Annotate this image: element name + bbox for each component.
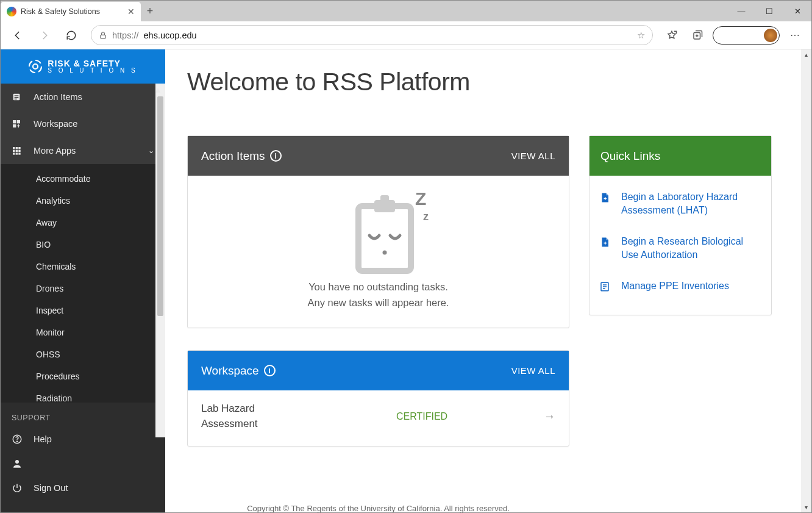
new-tab-button[interactable]: + xyxy=(141,1,159,21)
list-box-icon xyxy=(599,281,611,293)
quick-link-lhat[interactable]: Begin a Laboratory Hazard Assessment (LH… xyxy=(599,182,761,226)
sidebar-scrollbar[interactable]: ▴ xyxy=(155,84,165,437)
svg-rect-25 xyxy=(374,200,395,212)
sidebar-app-ohss[interactable]: OHSS xyxy=(1,343,165,365)
window-maximize-button[interactable]: ☐ xyxy=(755,1,783,21)
quick-links-title: Quick Links xyxy=(600,149,660,163)
more-menu-button[interactable]: ⋯ xyxy=(785,25,805,46)
sidebar-item-action-items[interactable]: Action Items xyxy=(1,84,165,110)
svg-rect-15 xyxy=(18,150,20,152)
sidebar-app-monitor[interactable]: Monitor xyxy=(1,321,165,343)
sidebar-app-bio[interactable]: BIO xyxy=(1,234,165,256)
browser-toolbar: https://ehs.ucop.edu ☆ ⋯ xyxy=(1,21,811,49)
scroll-down-icon[interactable]: ▾ xyxy=(801,502,811,512)
workspace-item-name: Lab Hazard Assessment xyxy=(201,401,280,431)
scroll-thumb[interactable] xyxy=(157,96,163,316)
support-item-help[interactable]: Help xyxy=(1,427,165,451)
sidebar-app-radiation[interactable]: Radiation xyxy=(1,387,165,403)
sidebar-app-drones[interactable]: Drones xyxy=(1,278,165,300)
sidebar-app-inspect[interactable]: Inspect xyxy=(1,300,165,321)
brand-logo-icon xyxy=(28,59,43,74)
support-item-profile[interactable] xyxy=(1,451,165,476)
support-item-signout[interactable]: Sign Out xyxy=(1,476,165,500)
chevron-down-icon: ⌄ xyxy=(148,146,154,155)
sidebar-app-procedures[interactable]: Procedures xyxy=(1,365,165,387)
svg-rect-24 xyxy=(358,206,411,271)
lock-icon xyxy=(99,31,107,40)
collections-button[interactable] xyxy=(687,25,708,46)
main-content: Welcome to RSS Platform Action Items i V… xyxy=(165,49,801,512)
quick-link-bio[interactable]: Begin a Research Biological Use Authoriz… xyxy=(599,226,761,271)
quick-links-card: Quick Links Begin a Laboratory Hazard As… xyxy=(589,135,772,315)
profile-button[interactable] xyxy=(713,26,780,45)
list-icon xyxy=(12,92,23,102)
svg-rect-8 xyxy=(17,120,20,123)
svg-text:Z: Z xyxy=(415,188,426,209)
svg-point-20 xyxy=(16,441,17,442)
workspace-view-all[interactable]: VIEW ALL xyxy=(511,365,555,376)
page-title: Welcome to RSS Platform xyxy=(187,68,772,96)
titlebar: Risk & Safety Solutions ✕ + — ☐ ✕ xyxy=(1,1,811,21)
favorites-button[interactable] xyxy=(661,25,682,46)
brand-header[interactable]: RISK & SAFETY S O L U T I O N S xyxy=(1,49,165,84)
browser-tab[interactable]: Risk & Safety Solutions ✕ xyxy=(1,2,141,21)
svg-point-27 xyxy=(382,251,386,255)
action-items-view-all[interactable]: VIEW ALL xyxy=(511,151,555,161)
svg-rect-10 xyxy=(13,147,15,149)
window-close-button[interactable]: ✕ xyxy=(783,1,811,21)
sidebar-app-analytics[interactable]: Analytics xyxy=(1,190,165,212)
svg-rect-6 xyxy=(15,99,17,99)
workspace-row[interactable]: Lab Hazard Assessment CERTIFIED → xyxy=(188,390,569,446)
person-icon xyxy=(12,458,23,469)
action-items-header: Action Items i VIEW ALL xyxy=(188,136,569,176)
window-minimize-button[interactable]: — xyxy=(727,1,755,21)
document-add-icon xyxy=(599,192,611,204)
scroll-up-icon[interactable]: ▴ xyxy=(801,49,811,60)
sidebar-app-accommodate[interactable]: Accommodate xyxy=(1,168,165,190)
svg-rect-12 xyxy=(18,147,20,149)
address-bar[interactable]: https://ehs.ucop.edu ☆ xyxy=(91,25,653,45)
svg-rect-4 xyxy=(15,95,19,96)
browser-window: Risk & Safety Solutions ✕ + — ☐ ✕ https:… xyxy=(0,0,812,513)
sidebar-item-more-apps[interactable]: More Apps ⌄ xyxy=(1,137,165,164)
favorite-star-icon[interactable]: ☆ xyxy=(637,30,645,40)
scroll-up-icon[interactable]: ▴ xyxy=(155,84,165,95)
empty-text-1: You have no outstanding tasks. xyxy=(200,279,557,295)
info-icon[interactable]: i xyxy=(270,150,282,162)
page-scrollbar[interactable]: ▴ ▾ xyxy=(801,49,811,512)
svg-rect-13 xyxy=(13,150,15,152)
action-items-card: Action Items i VIEW ALL Z z xyxy=(187,135,569,328)
sidebar-apps-submenu: Accommodate Analytics Away BIO Chemicals… xyxy=(1,164,165,403)
svg-rect-17 xyxy=(16,152,18,154)
svg-rect-29 xyxy=(605,197,606,200)
svg-rect-5 xyxy=(15,97,19,98)
svg-rect-9 xyxy=(13,124,16,127)
support-item-label: Sign Out xyxy=(34,483,68,493)
sidebar-app-chemicals[interactable]: Chemicals xyxy=(1,256,165,278)
sidebar-item-label: Workspace xyxy=(34,119,77,129)
svg-rect-31 xyxy=(605,242,606,245)
arrow-right-icon[interactable]: → xyxy=(544,410,555,423)
power-icon xyxy=(12,483,23,493)
refresh-button[interactable] xyxy=(60,24,82,46)
forward-button[interactable] xyxy=(34,24,55,46)
workspace-title: Workspace xyxy=(201,364,259,378)
url-prefix: https:// xyxy=(112,30,139,40)
quick-link-label: Begin a Laboratory Hazard Assessment (LH… xyxy=(621,190,761,218)
page-viewport: RISK & SAFETY S O L U T I O N S Action I… xyxy=(1,49,811,512)
tab-title: Risk & Safety Solutions xyxy=(21,7,100,16)
back-button[interactable] xyxy=(7,24,29,46)
quick-links-header: Quick Links xyxy=(589,136,771,176)
document-add-icon xyxy=(599,236,611,248)
workspace-card: Workspace i VIEW ALL Lab Hazard Assessme… xyxy=(187,350,569,447)
svg-text:z: z xyxy=(423,210,429,223)
quick-link-ppe[interactable]: Manage PPE Inventories xyxy=(599,271,761,301)
sidebar-item-workspace[interactable]: Workspace xyxy=(1,110,165,137)
info-icon[interactable]: i xyxy=(264,365,276,376)
tab-favicon xyxy=(7,7,16,16)
svg-rect-7 xyxy=(13,120,16,123)
page-footer: Copyright © The Regents of the Universit… xyxy=(187,504,569,512)
tab-close-icon[interactable]: ✕ xyxy=(127,7,135,16)
sidebar-app-away[interactable]: Away xyxy=(1,212,165,234)
svg-rect-0 xyxy=(101,35,105,38)
